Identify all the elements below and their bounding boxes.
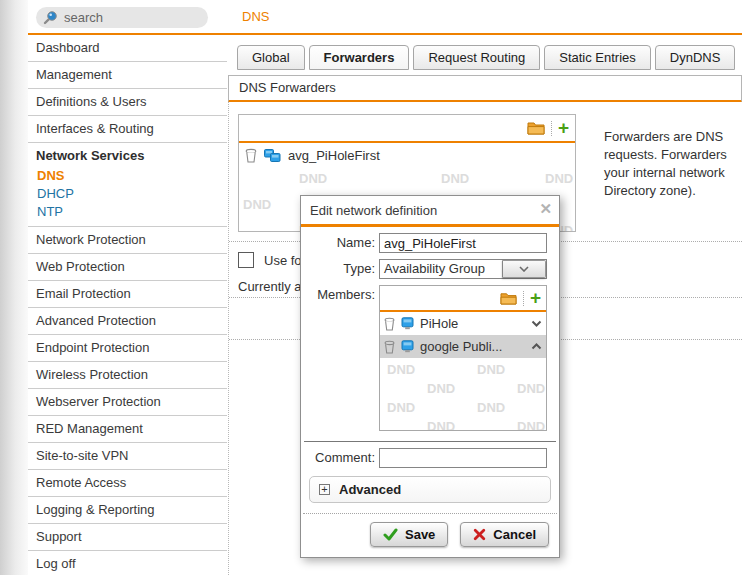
- advanced-section-toggle[interactable]: + Advanced: [309, 476, 551, 503]
- sidebar-item-web-protection[interactable]: Web Protection: [28, 254, 227, 281]
- dialog-footer-divider: [303, 513, 557, 514]
- sidebar-item-network-services[interactable]: Network Services: [28, 143, 227, 167]
- type-select[interactable]: Availability Group: [379, 259, 547, 279]
- tab-forwarders[interactable]: Forwarders: [309, 45, 410, 70]
- members-label: Members:: [309, 285, 375, 305]
- sidebar-item-dashboard[interactable]: Dashboard: [28, 35, 227, 62]
- toolbar-divider: [551, 121, 552, 136]
- sidebar-item-dns[interactable]: DNS: [28, 167, 227, 185]
- use-forwarders-checkbox[interactable]: [238, 252, 254, 268]
- tab-bar: Global Forwarders Request Routing Static…: [237, 45, 735, 70]
- toolbar-divider: [523, 291, 524, 306]
- name-label: Name:: [309, 233, 375, 253]
- window-left-edge: [0, 0, 28, 575]
- help-text: Forwarders are DNS requests. Forwarders …: [604, 128, 727, 200]
- help-line: Forwarders are DNS: [604, 128, 727, 146]
- chevron-up-icon[interactable]: [531, 343, 542, 350]
- comment-label: Comment:: [309, 448, 375, 468]
- host-icon: [401, 340, 414, 353]
- sidebar-item-webserver-protection[interactable]: Webserver Protection: [28, 389, 227, 416]
- close-icon[interactable]: ✕: [539, 201, 552, 216]
- folder-icon[interactable]: [500, 292, 517, 305]
- sidebar-item-dhcp[interactable]: DHCP: [28, 185, 227, 203]
- cancel-button-label: Cancel: [493, 527, 536, 542]
- sidebar-item-log-off[interactable]: Log off: [28, 551, 227, 575]
- help-line: requests. Forwarders: [604, 146, 727, 164]
- chevron-down-icon[interactable]: [531, 320, 542, 327]
- search-input[interactable]: [62, 9, 201, 26]
- host-icon: [401, 317, 414, 330]
- help-line: Directory zone).: [604, 182, 727, 200]
- sidebar-item-red-management[interactable]: RED Management: [28, 416, 227, 443]
- trash-icon[interactable]: [384, 317, 395, 331]
- dnd-watermark: DND: [427, 381, 455, 396]
- save-button[interactable]: Save: [370, 522, 448, 547]
- page-title: DNS: [242, 9, 269, 24]
- cancel-button[interactable]: Cancel: [460, 522, 549, 547]
- forwarder-row: avg_PiHoleFirst: [239, 143, 575, 168]
- name-field[interactable]: [379, 233, 547, 253]
- tab-dyndns[interactable]: DynDNS: [655, 45, 736, 70]
- comment-row: Comment:: [309, 448, 547, 468]
- dnd-watermark: DND: [299, 171, 327, 186]
- sidebar-item-definitions-users[interactable]: Definitions & Users: [28, 89, 227, 116]
- sidebar-item-wireless-protection[interactable]: Wireless Protection: [28, 362, 227, 389]
- forwarders-list-toolbar: +: [239, 115, 575, 143]
- folder-icon[interactable]: [527, 121, 545, 135]
- sidebar-item-interfaces-routing[interactable]: Interfaces & Routing: [28, 116, 227, 143]
- sidebar-item-endpoint-protection[interactable]: Endpoint Protection: [28, 335, 227, 362]
- dnd-watermark: DND: [477, 400, 505, 415]
- dnd-watermark: DND: [517, 419, 545, 430]
- dialog-title-bar: Edit network definition ✕: [301, 196, 559, 227]
- sidebar-item-network-protection[interactable]: Network Protection: [28, 227, 227, 254]
- tab-static-entries[interactable]: Static Entries: [544, 45, 651, 70]
- dnd-watermark: DND: [477, 362, 505, 377]
- sidebar-item-remote-access[interactable]: Remote Access: [28, 470, 227, 497]
- sidebar-item-support[interactable]: Support: [28, 524, 227, 551]
- dnd-watermark: DND: [387, 362, 415, 377]
- save-button-label: Save: [405, 527, 435, 542]
- dnd-watermark: DND: [545, 171, 573, 186]
- member-name: google Publi...: [420, 339, 525, 354]
- sidebar-item-ntp[interactable]: NTP: [28, 203, 227, 221]
- sidebar: Dashboard Management Definitions & Users…: [28, 35, 228, 575]
- tab-request-routing[interactable]: Request Routing: [413, 45, 540, 70]
- comment-field[interactable]: [379, 448, 547, 468]
- app-window: DNS Dashboard Management Definitions & U…: [0, 0, 742, 575]
- members-list-box: +: [379, 285, 547, 431]
- search-box[interactable]: [36, 7, 208, 28]
- dialog-buttons: Save Cancel: [311, 522, 549, 547]
- dialog-divider: [304, 441, 556, 442]
- member-row-google-public[interactable]: google Publi...: [380, 335, 546, 358]
- type-row: Type: Availability Group: [309, 259, 547, 279]
- member-row-pihole[interactable]: PiHole: [380, 312, 546, 335]
- help-line: your internal network: [604, 164, 727, 182]
- sidebar-item-email-protection[interactable]: Email Protection: [28, 281, 227, 308]
- add-icon[interactable]: +: [558, 120, 569, 136]
- expand-icon[interactable]: +: [319, 484, 330, 495]
- members-row: Members: +: [309, 285, 547, 431]
- dnd-watermark: DND: [427, 419, 455, 430]
- trash-icon[interactable]: [384, 340, 395, 354]
- dnd-watermark: DND: [243, 197, 271, 212]
- dnd-watermark: DND: [517, 381, 545, 396]
- tab-global[interactable]: Global: [237, 45, 305, 70]
- type-select-value: Availability Group: [380, 260, 502, 278]
- network-group-icon: [264, 149, 281, 163]
- members-toolbar: +: [380, 286, 546, 312]
- dropdown-chevron-icon[interactable]: [502, 260, 546, 278]
- add-icon[interactable]: +: [530, 290, 541, 306]
- trash-icon[interactable]: [245, 148, 257, 163]
- cross-icon: [473, 528, 486, 541]
- sidebar-item-advanced-protection[interactable]: Advanced Protection: [28, 308, 227, 335]
- dnd-watermark: DND: [387, 400, 415, 415]
- section-title: DNS Forwarders: [228, 75, 742, 103]
- sidebar-item-site-to-site-vpn[interactable]: Site-to-site VPN: [28, 443, 227, 470]
- sidebar-item-management[interactable]: Management: [28, 62, 227, 89]
- currently-status-text: Currently as: [238, 279, 308, 294]
- drag-drop-watermarks: DND DND DND DND DND DND DND DND: [380, 358, 546, 430]
- sidebar-item-logging-reporting[interactable]: Logging & Reporting: [28, 497, 227, 524]
- name-row: Name:: [309, 233, 547, 253]
- forwarder-name[interactable]: avg_PiHoleFirst: [288, 148, 380, 163]
- member-name: PiHole: [420, 316, 525, 331]
